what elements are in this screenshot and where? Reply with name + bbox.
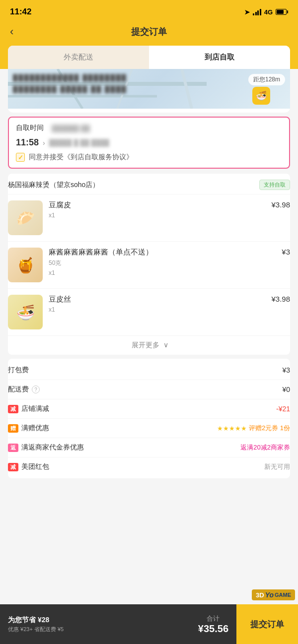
signal-icon bbox=[253, 8, 261, 15]
savings-title: 为您节省 ¥28 bbox=[8, 616, 182, 625]
food-price-2: ¥3 bbox=[282, 248, 290, 256]
total-section: 合计 ¥35.56 bbox=[190, 614, 236, 635]
fee-value-coupon: 新无可用 bbox=[264, 462, 290, 471]
savings-section: 为您节省 ¥28 优惠 ¥23+ 省配送费 ¥5 bbox=[0, 616, 190, 633]
badge-fan: 返 bbox=[8, 444, 18, 452]
pickup-arrow[interactable]: › bbox=[43, 139, 45, 147]
food-name-3: 豆皮丝 bbox=[49, 295, 265, 304]
fee-value-gift: ★★★★★ 评赠2元券 1份 bbox=[217, 424, 290, 433]
badge-zeng: 赠 bbox=[8, 424, 18, 433]
status-bar: 11:42 ➤ 4G bbox=[0, 0, 298, 22]
food-sub-2: 50克 bbox=[49, 259, 276, 267]
fee-label-discount: 减 店铺满减 bbox=[8, 404, 49, 413]
pickup-time-blurred: ██████ ██ bbox=[52, 125, 282, 132]
pickup-time-row: 自取时间 ██████ ██ bbox=[16, 124, 282, 132]
delivery-info-icon[interactable]: ? bbox=[32, 386, 40, 393]
fee-label-cashback: 返 满返商家代金券优惠 bbox=[8, 443, 84, 452]
fee-label-gift: 赠 满赠优惠 bbox=[8, 424, 49, 433]
tab-pickup[interactable]: 到店自取 bbox=[149, 46, 290, 69]
distance-badge: 距您128m bbox=[248, 74, 285, 85]
food-qty-3: x1 bbox=[49, 306, 265, 313]
badge-jian: 减 bbox=[8, 405, 18, 413]
support-badge: 支持自取 bbox=[259, 180, 290, 190]
food-price-3: ¥3.98 bbox=[271, 295, 290, 303]
map-section-wrapper: ████████████ ████████ ████████ █████ ██ … bbox=[8, 69, 290, 113]
address-text-line1: ████████████ ████████ bbox=[13, 73, 127, 83]
food-emoji-2: 🍯 bbox=[16, 257, 35, 274]
fee-value-cashback: 返满20减2商家券 bbox=[240, 443, 290, 452]
pickup-time-value: 11:58 bbox=[16, 137, 39, 148]
fee-section: 打包费 ¥3 配送费 ? ¥0 减 店铺满减 -¥21 赠 满赠优惠 ★★★★★… bbox=[8, 359, 290, 478]
header: ‹ 提交订单 bbox=[0, 22, 298, 46]
pickup-detail-blurred: █████ █ ██ ████ bbox=[49, 139, 109, 146]
pickup-section: 自取时间 ██████ ██ 11:58 › █████ █ ██ ████ ✓… bbox=[8, 117, 290, 169]
food-image-1: 🥟 bbox=[8, 200, 43, 235]
back-button[interactable]: ‹ bbox=[10, 25, 13, 38]
agreement-row: ✓ 同意并接受《到店自取服务协议》 bbox=[16, 153, 282, 162]
savings-detail: 优惠 ¥23+ 省配送费 ¥5 bbox=[8, 626, 182, 633]
food-item-2: 🍯 麻酱麻酱麻酱麻酱（单点不送） 50克 x1 ¥3 bbox=[8, 242, 290, 289]
pickup-label: 自取时间 bbox=[16, 124, 44, 132]
food-name-2: 麻酱麻酱麻酱麻酱（单点不送） bbox=[49, 248, 276, 257]
address-overlay: ████████████ ████████ ████████ █████ ██ … bbox=[13, 73, 127, 95]
store-header: 杨国福麻辣烫（望京soho店） 支持自取 bbox=[8, 174, 290, 194]
fee-row-delivery: 配送费 ? ¥0 bbox=[8, 380, 290, 399]
location-icon: ➤ bbox=[244, 8, 250, 16]
food-price-1: ¥3.98 bbox=[271, 200, 290, 209]
tab-delivery[interactable]: 外卖配送 bbox=[8, 46, 149, 69]
tabs: 外卖配送 到店自取 bbox=[8, 46, 290, 69]
food-image-2: 🍯 bbox=[8, 248, 43, 282]
battery-icon bbox=[276, 9, 288, 15]
food-emoji-3: 🍜 bbox=[16, 304, 35, 321]
tabs-container: 外卖配送 到店自取 bbox=[0, 46, 298, 69]
food-item-1: 🥟 豆腐皮 x1 ¥3.98 bbox=[8, 194, 290, 242]
watermark: 3D Yo GAME bbox=[252, 589, 295, 600]
food-name-1: 豆腐皮 bbox=[49, 200, 265, 210]
food-info-2: 麻酱麻酱麻酱麻酱（单点不送） 50克 x1 bbox=[49, 248, 276, 276]
fee-value-packaging: ¥3 bbox=[282, 366, 290, 374]
store-section: 杨国福麻辣烫（望京soho店） 支持自取 🥟 豆腐皮 x1 ¥3.98 🍯 麻酱… bbox=[8, 174, 290, 355]
expand-chevron-icon: ∨ bbox=[163, 341, 168, 349]
pickup-time-main: 11:58 › █████ █ ██ ████ bbox=[16, 137, 282, 148]
food-qty-1: x1 bbox=[49, 212, 265, 219]
map-bg: ████████████ ████████ ████████ █████ ██ … bbox=[8, 69, 290, 109]
logo-m-text: Yo bbox=[265, 591, 274, 599]
total-label: 合计 bbox=[198, 614, 228, 623]
gift-text: 评赠2元券 1份 bbox=[249, 424, 290, 433]
submit-button[interactable]: 提交订单 bbox=[236, 604, 298, 644]
fee-label-packaging: 打包费 bbox=[8, 366, 29, 375]
logo-3d-text: 3D bbox=[256, 591, 264, 599]
fee-row-coupon: 减 美团红包 新无可用 bbox=[8, 457, 290, 476]
food-item-3: 🍜 豆皮丝 x1 ¥3.98 bbox=[8, 289, 290, 336]
badge-meituan: 减 bbox=[8, 463, 18, 471]
logo-game-text: GAME bbox=[275, 592, 291, 598]
status-icons: ➤ 4G bbox=[244, 8, 288, 16]
expand-more-label: 展开更多 bbox=[132, 341, 159, 349]
address-text-line2: ████████ █████ ██ ████ bbox=[13, 84, 127, 95]
fee-row-cashback: 返 满返商家代金券优惠 返满20减2商家券 bbox=[8, 438, 290, 457]
total-amount: ¥35.56 bbox=[198, 623, 228, 635]
fee-label-coupon: 减 美团红包 bbox=[8, 462, 49, 471]
checkmark-icon: ✓ bbox=[18, 154, 23, 161]
store-name: 杨国福麻辣烫（望京soho店） bbox=[8, 181, 99, 190]
expand-more-button[interactable]: 展开更多 ∨ bbox=[8, 336, 290, 355]
fee-value-delivery: ¥0 bbox=[282, 386, 290, 393]
fee-row-discount: 减 店铺满减 -¥21 bbox=[8, 399, 290, 419]
food-info-1: 豆腐皮 x1 bbox=[49, 200, 265, 219]
svg-line-4 bbox=[182, 69, 192, 109]
page-title: 提交订单 bbox=[131, 26, 167, 38]
store-pin: 🍜 bbox=[252, 87, 270, 105]
fee-value-discount: -¥21 bbox=[276, 405, 290, 413]
stars-icon: ★★★★★ bbox=[217, 425, 247, 432]
food-qty-2: x1 bbox=[49, 269, 276, 276]
agreement-checkbox[interactable]: ✓ bbox=[16, 153, 25, 162]
fee-row-packaging: 打包费 ¥3 bbox=[8, 361, 290, 380]
bottom-bar: 为您节省 ¥28 优惠 ¥23+ 省配送费 ¥5 合计 ¥35.56 提交订单 bbox=[0, 604, 298, 644]
food-image-3: 🍜 bbox=[8, 295, 43, 329]
fee-label-delivery: 配送费 ? bbox=[8, 385, 40, 394]
agreement-text[interactable]: 同意并接受《到店自取服务协议》 bbox=[29, 153, 133, 162]
network-label: 4G bbox=[264, 8, 273, 16]
food-emoji-1: 🥟 bbox=[16, 209, 35, 227]
fee-row-gift: 赠 满赠优惠 ★★★★★ 评赠2元券 1份 bbox=[8, 419, 290, 438]
food-info-3: 豆皮丝 x1 bbox=[49, 295, 265, 313]
